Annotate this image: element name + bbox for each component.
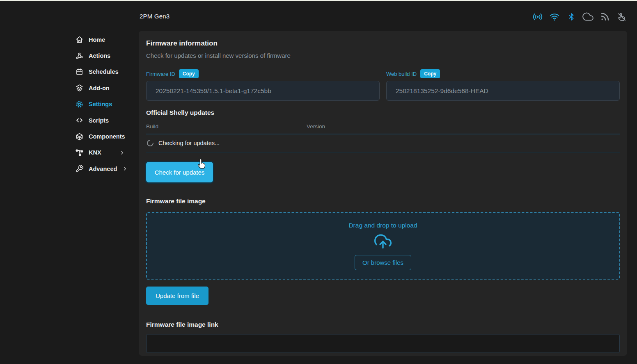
chevron-right-icon [122,166,128,172]
layers-icon [75,84,84,92]
firmware-file-image-title: Firmware file image [146,198,620,205]
sidebar-item-actions[interactable]: Actions [75,48,125,64]
sidebar: Home Actions Schedules [75,32,125,177]
firmware-file-link-title: Firmware file image link [146,321,620,328]
sidebar-item-scripts[interactable]: Scripts [75,112,125,128]
web-build-id-input[interactable] [386,81,620,101]
column-header-version: Version [307,123,620,130]
wifi-icon[interactable] [549,11,560,22]
sidebar-item-home[interactable]: Home [75,32,125,48]
wrench-icon [75,164,84,173]
web-build-id-field: Web build ID Copy [386,69,620,101]
firmware-settings-panel: Firmware information Check for updates o… [139,31,627,356]
calendar-icon [75,68,84,76]
mqtt-rss-icon[interactable] [599,11,610,22]
gear-icon [75,100,84,109]
hand-disabled-icon[interactable] [616,11,627,22]
sidebar-item-label: Scripts [89,117,109,124]
updates-status-row: Checking for updates... [146,134,620,152]
code-icon [75,116,84,125]
cube-icon [75,132,84,141]
sidebar-item-schedules[interactable]: Schedules [75,64,125,80]
sidebar-item-label: Advanced [89,166,117,172]
sidebar-item-addon[interactable]: Add-on [75,80,125,96]
upload-cloud-icon [373,233,392,250]
section-subtitle: Check for updates or install new version… [146,52,620,59]
updates-status-text: Checking for updates... [158,140,220,146]
sidebar-item-label: Components [89,133,125,140]
sidebar-item-label: Settings [89,101,112,107]
ap-mode-icon[interactable] [532,11,543,22]
chevron-right-icon [119,150,125,156]
browse-files-button[interactable]: Or browse files [355,255,411,270]
bluetooth-icon[interactable] [566,11,577,22]
home-icon [75,35,84,44]
sidebar-item-label: Actions [89,52,110,59]
loading-spinner-icon [146,139,155,148]
sidebar-item-label: Add-on [89,85,110,91]
firmware-link-input[interactable] [146,334,620,353]
top-strip [0,0,637,1]
updates-table-header: Build Version [146,123,620,134]
check-for-updates-button[interactable]: Check for updates [146,162,213,182]
column-header-build: Build [146,123,307,130]
copy-firmware-id-button[interactable]: Copy [179,69,199,78]
cloud-icon[interactable] [582,11,593,22]
sidebar-item-advanced[interactable]: Advanced [75,161,125,177]
sidebar-item-label: Home [89,36,105,43]
sidebar-item-components[interactable]: Components [75,128,125,144]
share-nodes-icon [75,148,84,157]
web-build-id-label: Web build ID [386,71,417,77]
sidebar-item-label: Schedules [89,68,119,75]
file-dropzone[interactable]: Drag and drop to upload Or browse files [146,212,620,280]
app-screen: 2PM Gen3 [0,0,637,364]
official-updates-title: Official Shelly updates [146,109,620,116]
firmware-id-field: Firmware ID Copy [146,69,380,101]
firmware-id-input[interactable] [146,81,380,101]
sidebar-item-knx[interactable]: KNX [75,145,125,161]
sidebar-item-settings[interactable]: Settings [75,96,125,112]
actions-molecule-icon [75,52,84,60]
status-icon-bar [532,11,627,22]
dropzone-text: Drag and drop to upload [348,222,417,229]
device-title: 2PM Gen3 [140,13,170,20]
update-from-file-button[interactable]: Update from file [146,287,209,305]
sidebar-item-label: KNX [89,149,101,156]
section-title-firmware-information: Firmware information [146,39,620,48]
id-row: Firmware ID Copy Web build ID Copy [146,69,620,101]
firmware-id-label: Firmware ID [146,71,175,77]
copy-web-build-id-button[interactable]: Copy [420,69,440,78]
